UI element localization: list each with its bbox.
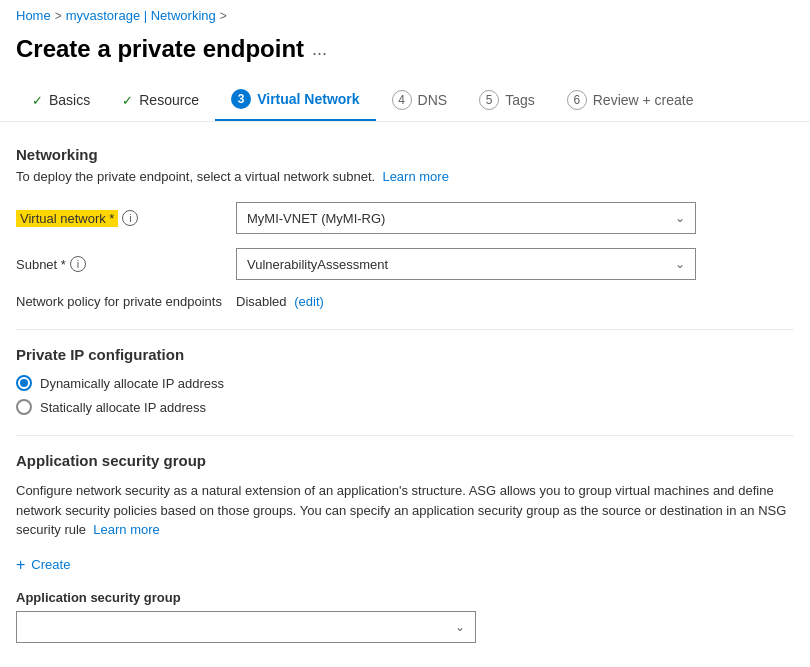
networking-description: To deploy the private endpoint, select a…	[16, 169, 794, 184]
virtual-network-label-text: Virtual network *	[16, 210, 118, 227]
step-tags[interactable]: 5 Tags	[463, 80, 551, 120]
radio-static-circle	[16, 399, 32, 415]
wizard-steps: ✓ Basics ✓ Resource 3 Virtual Network 4 …	[0, 79, 810, 122]
subnet-label-text: Subnet *	[16, 257, 66, 272]
divider-2	[16, 435, 794, 436]
subnet-arrow: ⌄	[675, 257, 685, 271]
radio-static[interactable]: Statically allocate IP address	[16, 399, 794, 415]
radio-static-label: Statically allocate IP address	[40, 400, 206, 415]
network-policy-value: Disabled (edit)	[236, 294, 324, 309]
breadcrumb-link[interactable]: myvastorage | Networking	[66, 8, 216, 23]
step-dns[interactable]: 4 DNS	[376, 80, 464, 120]
radio-dynamic-circle	[16, 375, 32, 391]
network-policy-row: Network policy for private endpoints Dis…	[16, 294, 794, 309]
virtual-network-row: Virtual network * i MyMI-VNET (MyMI-RG) …	[16, 202, 794, 234]
virtual-network-info-icon[interactable]: i	[122, 210, 138, 226]
step-dns-label: DNS	[418, 92, 448, 108]
breadcrumb-sep1: >	[55, 9, 62, 23]
asg-section: Application security group Configure net…	[16, 452, 794, 643]
virtual-network-dropdown[interactable]: MyMI-VNET (MyMI-RG) ⌄	[236, 202, 696, 234]
step-basics[interactable]: ✓ Basics	[16, 82, 106, 118]
networking-learn-more[interactable]: Learn more	[382, 169, 448, 184]
subnet-label: Subnet * i	[16, 256, 236, 272]
page-title-area: Create a private endpoint ...	[0, 31, 810, 79]
page-title-ellipsis[interactable]: ...	[312, 39, 327, 60]
step-tags-num: 5	[479, 90, 499, 110]
step-vnet-label: Virtual Network	[257, 91, 359, 107]
step-review[interactable]: 6 Review + create	[551, 80, 710, 120]
breadcrumb: Home > myvastorage | Networking >	[0, 0, 810, 31]
breadcrumb-home[interactable]: Home	[16, 8, 51, 23]
ip-radio-group: Dynamically allocate IP address Statical…	[16, 375, 794, 415]
step-review-num: 6	[567, 90, 587, 110]
create-plus-icon: +	[16, 556, 25, 574]
subnet-value: VulnerabilityAssessment	[247, 257, 388, 272]
asg-group-dropdown[interactable]: ⌄	[16, 611, 476, 643]
step-resource-label: Resource	[139, 92, 199, 108]
subnet-row: Subnet * i VulnerabilityAssessment ⌄	[16, 248, 794, 280]
subnet-dropdown[interactable]: VulnerabilityAssessment ⌄	[236, 248, 696, 280]
radio-dynamic-label: Dynamically allocate IP address	[40, 376, 224, 391]
main-content: Networking To deploy the private endpoin…	[0, 146, 810, 643]
subnet-info-icon[interactable]: i	[70, 256, 86, 272]
asg-title: Application security group	[16, 452, 794, 469]
subnet-control: VulnerabilityAssessment ⌄	[236, 248, 696, 280]
network-policy-edit-link[interactable]: (edit)	[294, 294, 324, 309]
step-virtual-network[interactable]: 3 Virtual Network	[215, 79, 375, 121]
private-ip-title: Private IP configuration	[16, 346, 794, 363]
asg-learn-more[interactable]: Learn more	[93, 522, 159, 537]
network-policy-label: Network policy for private endpoints	[16, 294, 236, 309]
asg-create-label: Create	[31, 557, 70, 572]
virtual-network-value: MyMI-VNET (MyMI-RG)	[247, 211, 385, 226]
networking-section-title: Networking	[16, 146, 794, 163]
radio-dynamic[interactable]: Dynamically allocate IP address	[16, 375, 794, 391]
asg-create-link[interactable]: + Create	[16, 556, 794, 574]
page-title: Create a private endpoint	[16, 35, 304, 63]
step-basics-check: ✓	[32, 93, 43, 108]
step-vnet-num: 3	[231, 89, 251, 109]
step-basics-label: Basics	[49, 92, 90, 108]
asg-dropdown-arrow: ⌄	[455, 620, 465, 634]
breadcrumb-sep2: >	[220, 9, 227, 23]
divider-1	[16, 329, 794, 330]
step-review-label: Review + create	[593, 92, 694, 108]
asg-group-label: Application security group	[16, 590, 794, 605]
step-resource-check: ✓	[122, 93, 133, 108]
network-policy-status: Disabled	[236, 294, 287, 309]
virtual-network-label: Virtual network * i	[16, 210, 236, 227]
step-resource[interactable]: ✓ Resource	[106, 82, 215, 118]
step-dns-num: 4	[392, 90, 412, 110]
asg-description: Configure network security as a natural …	[16, 481, 794, 540]
virtual-network-control: MyMI-VNET (MyMI-RG) ⌄	[236, 202, 696, 234]
virtual-network-arrow: ⌄	[675, 211, 685, 225]
step-tags-label: Tags	[505, 92, 535, 108]
